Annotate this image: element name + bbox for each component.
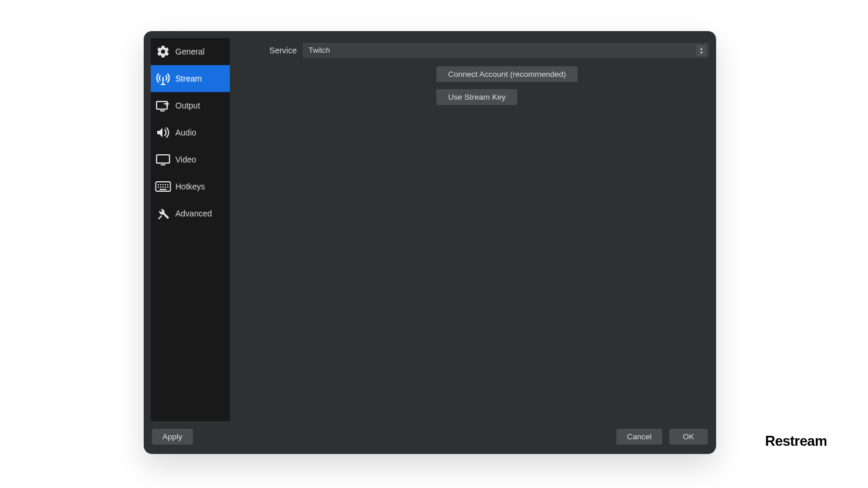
sidebar-item-label: General <box>175 47 205 56</box>
gear-icon <box>154 43 172 60</box>
sidebar-item-label: Video <box>175 155 196 164</box>
keyboard-icon <box>154 178 172 195</box>
sidebar-item-audio[interactable]: Audio <box>151 119 230 146</box>
sidebar-item-label: Output <box>175 101 200 110</box>
monitor-icon <box>154 151 172 168</box>
sidebar-item-label: Audio <box>175 128 196 137</box>
stepper-icon[interactable]: ▲▼ <box>696 45 707 56</box>
apply-button[interactable]: Apply <box>152 429 193 445</box>
connect-account-button[interactable]: Connect Account (recommended) <box>436 66 578 82</box>
sidebar-item-advanced[interactable]: Advanced <box>151 200 230 227</box>
dialog-footer: Apply Cancel OK <box>144 421 716 454</box>
tools-icon <box>154 205 172 222</box>
ok-button[interactable]: OK <box>669 429 708 445</box>
service-label: Service <box>237 46 303 55</box>
watermark-brand: Restream <box>765 433 827 449</box>
svg-rect-2 <box>157 155 169 163</box>
sidebar-item-hotkeys[interactable]: Hotkeys <box>151 173 230 200</box>
output-icon <box>154 97 172 114</box>
speaker-icon <box>154 124 172 141</box>
sidebar-item-label: Hotkeys <box>175 182 205 191</box>
sidebar-item-label: Advanced <box>175 209 212 218</box>
svg-rect-1 <box>157 101 167 109</box>
settings-window: General Stream <box>144 31 716 454</box>
sidebar-item-general[interactable]: General <box>151 38 230 65</box>
broadcast-icon <box>154 70 172 87</box>
cancel-button[interactable]: Cancel <box>616 429 662 445</box>
sidebar-item-label: Stream <box>175 74 202 83</box>
sidebar-item-video[interactable]: Video <box>151 146 230 173</box>
sidebar-item-output[interactable]: Output <box>151 92 230 119</box>
settings-content: Service Twitch ▲▼ Connect Account (recom… <box>230 38 709 421</box>
settings-sidebar: General Stream <box>151 38 230 421</box>
service-select[interactable]: Twitch <box>303 43 709 58</box>
use-stream-key-button[interactable]: Use Stream Key <box>436 89 517 105</box>
sidebar-item-stream[interactable]: Stream <box>151 65 230 92</box>
